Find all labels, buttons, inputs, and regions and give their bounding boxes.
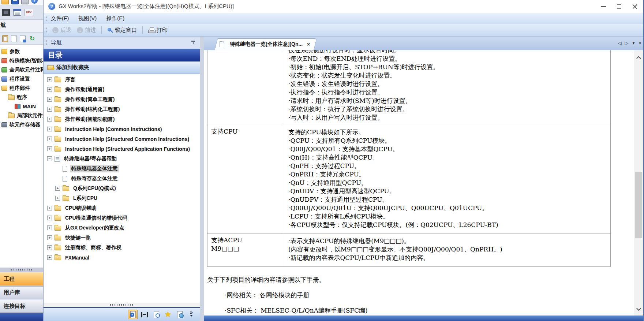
nav-tree-item[interactable]: +快捷键一览 (44, 233, 200, 243)
open-folder-icon[interactable] (1, 0, 9, 4)
nav-tree-item[interactable]: +Q系列CPU(Q模式) (44, 183, 200, 193)
favorites-star-icon[interactable]: ★ (163, 310, 173, 319)
scroll-down-button[interactable] (634, 304, 643, 315)
expander-plus-icon[interactable]: + (47, 206, 52, 210)
expander-plus-icon[interactable]: + (47, 127, 52, 131)
window-list-icon[interactable] (13, 9, 21, 16)
app-panel-buttons: 工程用户库连接目标 (0, 272, 43, 313)
print-button[interactable]: 打印 (147, 26, 169, 34)
expander-plus-icon[interactable]: + (47, 225, 52, 230)
app-tree-item[interactable]: 程序 (0, 93, 43, 102)
forward-button[interactable]: → 前进 (75, 26, 97, 34)
device-icon[interactable] (2, 9, 10, 16)
app-tree-item[interactable]: 特殊模块(智能功 (0, 56, 43, 65)
chevron-up-icon (636, 56, 641, 60)
nav-tree-item[interactable]: +CPU错误帮助 (44, 203, 200, 213)
app-tree-item[interactable]: 程序部件 (0, 83, 43, 93)
overflow-chevron-icon[interactable]: » (187, 310, 196, 319)
dev-find-icon[interactable]: DEV (25, 9, 33, 16)
tab-close-icon[interactable]: × (307, 41, 310, 47)
back-button[interactable]: ← 后退 (51, 26, 73, 34)
dock-pin-icon[interactable] (191, 40, 195, 45)
app-tree-item[interactable]: 全局软元件注释 (0, 65, 43, 74)
nav-tree-item[interactable]: +操作帮助(通用篇) (44, 85, 200, 94)
new-note-icon[interactable] (20, 35, 26, 42)
expander-plus-icon[interactable]: + (47, 117, 52, 122)
expander-plus-icon[interactable]: + (47, 245, 52, 250)
nav-tree-item-label: 操作帮助(智能功能篇) (64, 116, 116, 123)
refresh-icon[interactable]: ↻ (29, 35, 36, 42)
nav-tree-item[interactable]: +CPU模块通信时的错误代码 (44, 213, 200, 223)
panel-button[interactable]: 连接目标 (0, 300, 43, 313)
expander-plus-icon[interactable]: + (47, 216, 52, 220)
expander-plus-icon[interactable]: + (47, 97, 52, 102)
table-content-line: ·新记载的内容表示QCPU/LCPU中新追加的内容。 (288, 254, 607, 262)
add-to-favorites-button[interactable]: 添加到收藏夹 (44, 61, 200, 74)
nav-tree-item[interactable]: +Instruction Help (Common Instructions) (44, 124, 200, 134)
save-icon[interactable] (11, 0, 19, 4)
lock-window-button[interactable]: 锁定窗口 (106, 26, 138, 34)
nav-toolbar-splitter[interactable] (44, 303, 200, 307)
nav-tree-item[interactable]: +Instruction Help (Structured Applicatio… (44, 144, 200, 154)
close-button[interactable] (632, 4, 637, 9)
menu-file[interactable]: 文件(F) (51, 15, 69, 22)
app-tree-item[interactable]: MAIN (0, 102, 43, 111)
expander-plus-icon[interactable]: + (47, 107, 52, 112)
nav-tree-item[interactable]: +L系列CPU (44, 193, 200, 203)
scroll-tabs-left-icon[interactable]: ◁ (618, 40, 622, 46)
panel-splitter[interactable] (200, 37, 204, 321)
nav-tree-item[interactable]: +操作帮助(智能功能篇) (44, 114, 200, 124)
nav-tree-item[interactable]: +操作帮助(简单工程篇) (44, 94, 200, 104)
nav-tree-item[interactable]: +Instruction Help (Structured Common Ins… (44, 134, 200, 144)
expander-plus-icon[interactable]: + (47, 137, 52, 141)
copy-icon[interactable] (11, 35, 17, 42)
expander-plus-icon[interactable]: + (47, 77, 52, 82)
help-icon[interactable]: ? (31, 0, 38, 4)
close-tab-icon[interactable]: × (639, 40, 641, 46)
maximize-button[interactable] (617, 4, 621, 9)
history-icon[interactable] (175, 310, 184, 319)
expander-plus-icon[interactable]: + (55, 186, 60, 191)
expander-plus-icon[interactable]: + (47, 235, 52, 240)
panel-button[interactable]: 工程 (0, 273, 43, 285)
minimize-button[interactable] (601, 6, 606, 7)
paste-icon[interactable] (2, 35, 8, 42)
scroll-tabs-right-icon[interactable]: ▷ (625, 40, 629, 46)
app-tree-item-label: 局部软元件注 (17, 112, 43, 119)
expander-minus-icon[interactable]: − (47, 156, 52, 161)
app-panel-splitter[interactable] (0, 268, 43, 272)
index-icon[interactable] (140, 310, 149, 319)
menu-operation[interactable]: 操作(E) (106, 15, 124, 22)
panel-button[interactable]: 用户库 (0, 286, 43, 299)
app-tree-item[interactable]: 局部软元件注 (0, 111, 43, 120)
nav-tree-item[interactable]: +从GX Developer的更改点 (44, 223, 200, 233)
nav-tree-item[interactable]: +序言 (44, 75, 200, 85)
nav-tree-item[interactable]: −特殊继电器/寄存器帮助 (44, 154, 200, 164)
vertical-scrollbar[interactable] (634, 50, 643, 316)
nav-tree-item[interactable]: 特殊寄存器全体注意 (44, 173, 200, 183)
app-tree-item-label: 软元件存储器 (10, 122, 40, 128)
app-tree-item[interactable]: 参数 (0, 47, 43, 56)
nav-tree-item[interactable]: +FXManual (44, 253, 200, 262)
help-topic-icon[interactable] (128, 310, 138, 319)
table-content-line: ·QnUDPV：支持通用型过程CPU。 (288, 195, 607, 204)
app-tree-item[interactable]: 软元件存储器 (0, 120, 43, 129)
nav-tree-item[interactable]: +注册商标、商标、著作权 (44, 243, 200, 253)
add-to-favorites-label: 添加到收藏夹 (56, 64, 89, 71)
expander-plus-icon[interactable]: + (47, 255, 52, 260)
expander-plus-icon[interactable]: + (47, 87, 52, 92)
printer-icon[interactable] (21, 0, 29, 4)
expander-plus-icon[interactable]: + (47, 146, 52, 151)
expander-plus-icon[interactable]: + (55, 196, 60, 201)
table-content-cell: 支持的CPU模块如下所示。·QCPU：支持所有Q系列CPU模块。·Q00J/Q0… (283, 125, 611, 234)
app-tree-item[interactable]: 程序设置 (0, 74, 43, 83)
search-icon[interactable] (151, 310, 161, 319)
nav-tree-item[interactable]: +操作帮助(结构化工程篇) (44, 104, 200, 114)
nav-tree-item[interactable]: 特殊继电器全体注意 (44, 164, 200, 173)
nav-grip-icon (46, 40, 48, 46)
scrollbar-thumb[interactable] (635, 172, 642, 238)
document-tab[interactable]: 特殊继电器一览[全体注意](Qn... × (214, 38, 314, 50)
menu-view[interactable]: 视图(V) (78, 15, 97, 22)
scroll-up-button[interactable] (634, 52, 643, 63)
tab-list-icon[interactable]: ▼ (632, 40, 636, 46)
